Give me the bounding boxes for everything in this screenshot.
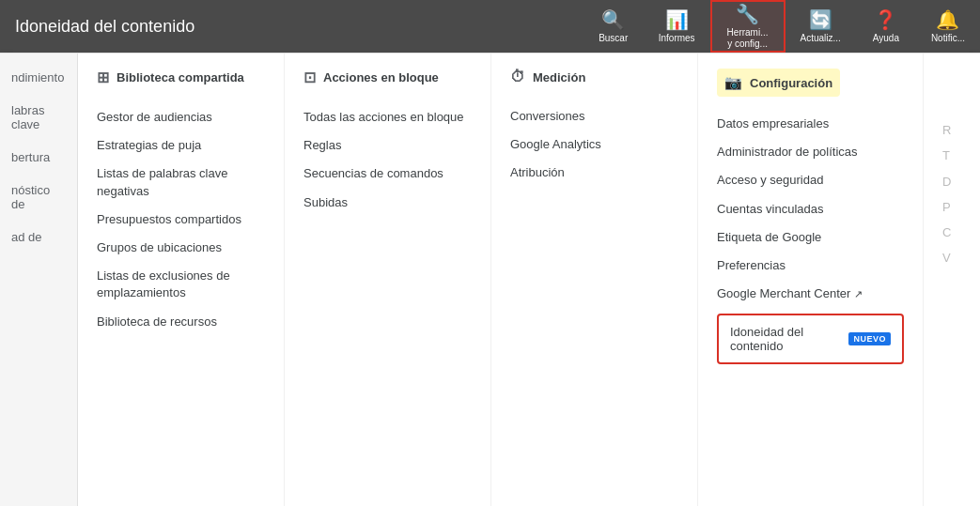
config-icon: 📷 [724, 74, 742, 91]
nav-informes[interactable]: 📊 Informes [644, 0, 710, 53]
biblioteca-icon: ⊞ [97, 69, 109, 86]
link-merchant-center[interactable]: Google Merchant Center ↗ [717, 280, 904, 308]
sidebar-item-diagnostico[interactable]: nóstico de [0, 174, 77, 221]
idoneidad-label: Idoneidad del contenido [730, 325, 841, 353]
external-link-icon: ↗ [854, 287, 863, 301]
notif-label: Notific... [931, 33, 965, 44]
link-biblioteca-recursos[interactable]: Biblioteca de recursos [97, 308, 265, 336]
extra-hint-1: R [942, 117, 961, 143]
ayuda-label: Ayuda [873, 33, 899, 44]
acciones-title: Acciones en bloque [323, 70, 439, 84]
top-nav: Idoneidad del contenido 🔍 Buscar 📊 Infor… [0, 0, 980, 53]
extra-col: R T D P C V [924, 54, 980, 506]
biblioteca-column: ⊞ Biblioteca compartida Gestor de audien… [78, 54, 285, 506]
link-preferencias[interactable]: Preferencias [717, 252, 904, 280]
nav-notif[interactable]: 🔔 Notific... [916, 0, 980, 53]
extra-hint-3: D [942, 169, 961, 194]
configuracion-column: 📷 Configuración Datos empresariales Admi… [698, 54, 924, 506]
acciones-header: ⊡ Acciones en bloque [303, 69, 472, 90]
sidebar-item-palabras[interactable]: labras clave [0, 94, 77, 141]
sidebar-item-calidad[interactable]: ad de [0, 221, 77, 253]
link-admin-politicas[interactable]: Administrador de políticas [717, 138, 904, 166]
extra-hint-4: P [942, 194, 961, 220]
link-listas-negativas[interactable]: Listas de palabras clave negativas [97, 160, 265, 205]
biblioteca-title: Biblioteca compartida [117, 70, 244, 84]
link-atribucion[interactable]: Atribución [510, 159, 678, 187]
link-estrategias-puja[interactable]: Estrategias de puja [97, 131, 265, 160]
link-cuentas-vinculadas[interactable]: Cuentas vinculadas [717, 195, 904, 223]
dropdown-menu: ndimiento labras clave bertura nóstico d… [0, 53, 980, 506]
link-todas-acciones[interactable]: Todas las acciones en bloque [303, 103, 472, 131]
nav-buscar[interactable]: 🔍 Buscar [583, 0, 644, 53]
sidebar-partial: ndimiento labras clave bertura nóstico d… [0, 54, 78, 506]
link-reglas[interactable]: Reglas [303, 131, 472, 160]
actualizar-label: Actualiz... [801, 33, 841, 44]
acciones-column: ⊡ Acciones en bloque Todas las acciones … [285, 54, 491, 506]
config-title: Configuración [750, 76, 832, 90]
medicion-icon: ⏱ [510, 69, 525, 85]
link-google-analytics[interactable]: Google Analytics [510, 130, 678, 159]
nuevo-badge: NUEVO [848, 332, 891, 345]
medicion-header: ⏱ Medición [510, 69, 678, 89]
link-subidas[interactable]: Subidas [303, 189, 472, 217]
herramientas-icon: 🔧 [736, 3, 759, 25]
link-conversiones[interactable]: Conversiones [510, 102, 678, 130]
herramientas-label: Herrami...y config... [727, 27, 769, 50]
nav-herramientas[interactable]: 🔧 Herrami...y config... [710, 0, 786, 53]
search-icon: 🔍 [601, 8, 625, 31]
extra-hint-6: V [942, 245, 961, 270]
link-presupuestos[interactable]: Presupuestos compartidos [97, 206, 265, 234]
extra-hint-2: T [942, 143, 961, 168]
ayuda-icon: ❓ [874, 8, 897, 31]
informes-label: Informes [659, 33, 695, 44]
link-acceso-seguridad[interactable]: Acceso y seguridad [717, 166, 904, 194]
nav-ayuda[interactable]: ❓ Ayuda [856, 0, 916, 53]
nav-items: 🔍 Buscar 📊 Informes 🔧 Herrami...y config… [583, 0, 980, 53]
biblioteca-header: ⊞ Biblioteca compartida [97, 69, 265, 90]
medicion-column: ⏱ Medición Conversiones Google Analytics… [491, 54, 698, 506]
link-datos-empresariales[interactable]: Datos empresariales [717, 110, 904, 138]
link-listas-exclusiones[interactable]: Listas de exclusiones deemplazamientos [97, 262, 265, 307]
link-secuencias[interactable]: Secuencias de comandos [303, 160, 472, 188]
medicion-title: Medición [533, 70, 585, 84]
page-title: Idoneidad del contenido [8, 0, 213, 53]
link-gestor-audiencias[interactable]: Gestor de audiencias [97, 103, 265, 131]
nav-actualizar[interactable]: 🔄 Actualiz... [786, 0, 856, 53]
config-header: 📷 Configuración [717, 69, 840, 97]
link-etiqueta-google[interactable]: Etiqueta de Google [717, 223, 904, 252]
link-grupos-ubicaciones[interactable]: Grupos de ubicaciones [97, 234, 265, 262]
menu-columns: ⊞ Biblioteca compartida Gestor de audien… [78, 54, 980, 506]
sidebar-item-rendimiento[interactable]: ndimiento [0, 61, 77, 94]
notif-icon: 🔔 [936, 8, 959, 31]
idoneidad-box[interactable]: Idoneidad del contenido NUEVO [717, 314, 904, 364]
actualizar-icon: 🔄 [809, 8, 832, 31]
informes-icon: 📊 [665, 8, 689, 31]
buscar-label: Buscar [599, 33, 628, 44]
extra-hint-5: C [942, 220, 961, 245]
acciones-icon: ⊡ [303, 69, 316, 86]
sidebar-item-cobertura[interactable]: bertura [0, 141, 77, 174]
